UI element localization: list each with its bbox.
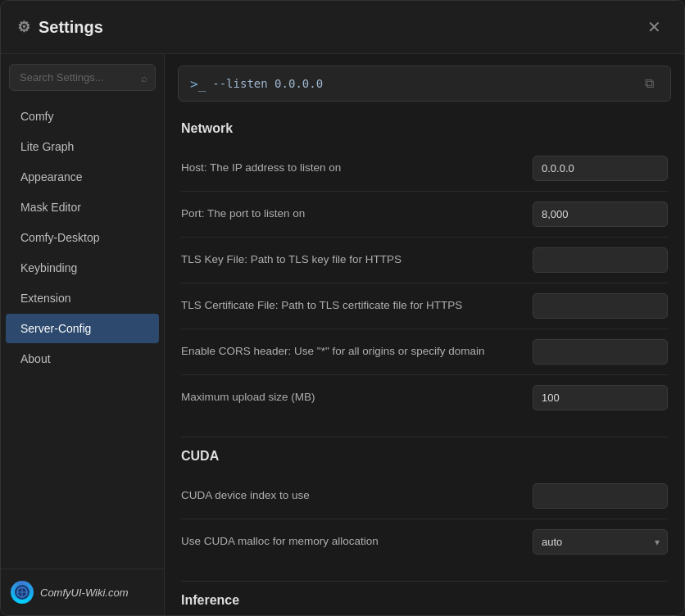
upload-size-setting-row: Maximum upload size (MB)	[181, 375, 668, 420]
search-icon: ⌕	[141, 71, 147, 84]
sidebar-item-comfy-desktop[interactable]: Comfy-Desktop	[6, 223, 159, 252]
cuda-section-title: CUDA	[181, 449, 668, 464]
prompt-icon: >_	[190, 76, 206, 92]
modal-body: ⌕ Comfy Lite Graph Appearance Mask Edito…	[1, 54, 684, 615]
tls-key-input[interactable]	[533, 247, 668, 273]
sidebar-item-mask-editor[interactable]: Mask Editor	[6, 192, 159, 222]
network-section: Network Host: The IP address to listen o…	[165, 113, 684, 433]
sidebar-footer: ComfyUI-Wiki.com	[1, 568, 164, 615]
cors-label: Enable CORS header: Use "*" for all orig…	[181, 344, 516, 360]
tls-key-setting-row: TLS Key File: Path to TLS key file for H…	[181, 238, 668, 283]
cuda-malloc-select-wrap: auto enabled disabled ▾	[533, 529, 668, 555]
cors-setting-row: Enable CORS header: Use "*" for all orig…	[181, 329, 668, 375]
section-divider-1	[181, 437, 668, 437]
section-divider-2	[181, 581, 668, 582]
host-setting-row: Host: The IP address to listen on	[181, 146, 668, 192]
sidebar-item-extension[interactable]: Extension	[6, 283, 159, 313]
cuda-device-setting-row: CUDA device index to use	[181, 473, 668, 519]
modal-title: ⚙ Settings	[17, 18, 103, 37]
sidebar-item-lite-graph[interactable]: Lite Graph	[6, 132, 159, 161]
copy-button[interactable]: ⧉	[640, 75, 659, 93]
port-input[interactable]	[533, 202, 668, 227]
host-input[interactable]	[533, 156, 668, 181]
tls-key-label: TLS Key File: Path to TLS key file for H…	[181, 252, 516, 268]
tls-cert-setting-row: TLS Certificate File: Path to TLS certif…	[181, 283, 668, 329]
host-label: Host: The IP address to listen on	[181, 161, 516, 176]
gear-icon: ⚙	[17, 18, 30, 36]
port-label: Port: The port to listen on	[181, 206, 516, 222]
search-box: ⌕	[9, 64, 156, 91]
search-input[interactable]	[9, 64, 156, 91]
cuda-malloc-setting-row: Use CUDA malloc for memory allocation au…	[181, 519, 668, 564]
nav-list: Comfy Lite Graph Appearance Mask Editor …	[1, 101, 164, 568]
cuda-device-input[interactable]	[533, 483, 668, 509]
command-text: >_ --listen 0.0.0.0	[190, 76, 323, 92]
sidebar-item-appearance[interactable]: Appearance	[6, 162, 159, 192]
title-text: Settings	[39, 18, 103, 37]
cuda-malloc-select[interactable]: auto enabled disabled	[533, 529, 668, 555]
command-bar: >_ --listen 0.0.0.0 ⧉	[178, 66, 671, 102]
sidebar-item-keybinding[interactable]: Keybinding	[6, 253, 159, 283]
upload-size-label: Maximum upload size (MB)	[181, 390, 516, 405]
wiki-link-text[interactable]: ComfyUI-Wiki.com	[40, 587, 129, 599]
close-button[interactable]: ✕	[641, 14, 668, 40]
cors-input[interactable]	[533, 339, 668, 365]
sidebar-item-comfy[interactable]: Comfy	[6, 102, 159, 131]
tls-cert-input[interactable]	[533, 293, 668, 319]
tls-cert-label: TLS Certificate File: Path to TLS certif…	[181, 298, 516, 314]
sidebar: ⌕ Comfy Lite Graph Appearance Mask Edito…	[1, 54, 165, 615]
sidebar-item-about[interactable]: About	[6, 344, 159, 374]
cuda-section: CUDA CUDA device index to use Use CUDA m…	[165, 441, 684, 578]
inference-section: Inference	[165, 585, 684, 615]
port-setting-row: Port: The port to listen on	[181, 192, 668, 238]
main-content: >_ --listen 0.0.0.0 ⧉ Network Host: The …	[165, 54, 684, 615]
inference-section-title: Inference	[181, 593, 668, 608]
cuda-malloc-label: Use CUDA malloc for memory allocation	[181, 534, 516, 550]
upload-size-input[interactable]	[533, 385, 668, 410]
wiki-logo-icon	[11, 581, 34, 604]
network-section-title: Network	[181, 121, 668, 136]
sidebar-item-server-config[interactable]: Server-Config	[6, 314, 159, 343]
cuda-device-label: CUDA device index to use	[181, 488, 516, 504]
modal-header: ⚙ Settings ✕	[1, 1, 684, 54]
command-value: --listen 0.0.0.0	[212, 77, 323, 90]
settings-modal: ⚙ Settings ✕ ⌕ Comfy Lite Graph Appearan…	[0, 0, 685, 616]
